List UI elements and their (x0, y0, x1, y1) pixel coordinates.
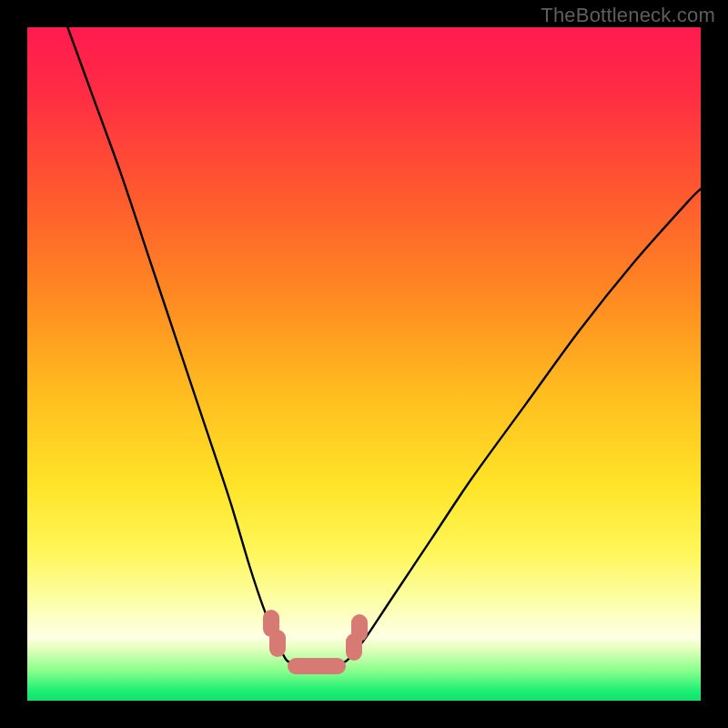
outer-frame: TheBottleneck.com (0, 0, 728, 728)
v-curve (27, 27, 701, 701)
plot-area (27, 27, 701, 701)
watermark-text: TheBottleneck.com (541, 4, 715, 27)
marker-right-top (351, 614, 368, 642)
marker-left-mid (269, 630, 286, 657)
marker-bottom (288, 658, 346, 674)
